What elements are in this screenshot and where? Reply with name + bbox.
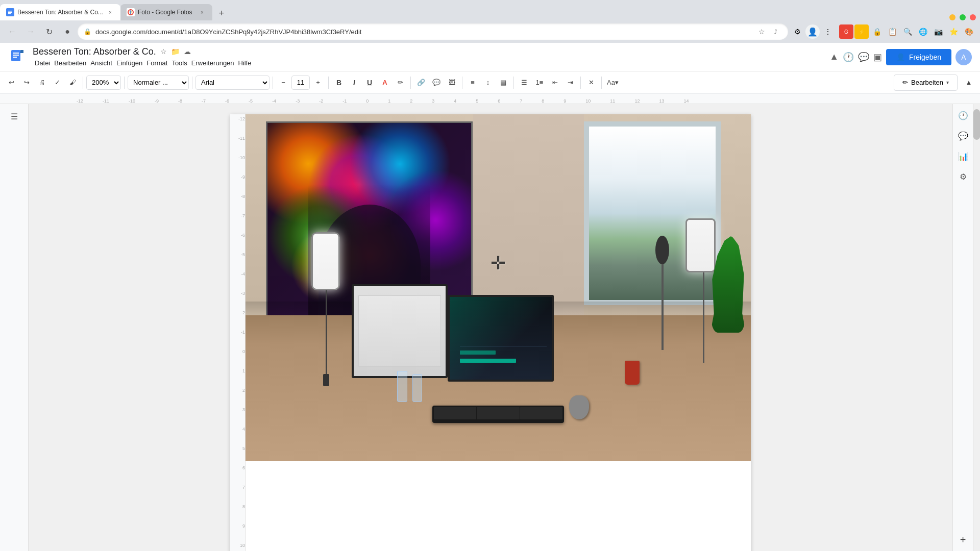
format-options-button[interactable]: Aa▾ [605,74,621,91]
ext2-icon[interactable]: ⚡ [854,24,869,39]
toolbar-collapse-icon[interactable]: ▲ [962,74,976,91]
address-bar[interactable]: 🔒 docs.google.com/document/d/1aD8O9YcinZ… [78,23,788,40]
right-panel: 🕐 💬 📊 ⚙ + [952,104,973,551]
star-icon[interactable]: ☆ [160,47,167,56]
ext7-icon[interactable]: 📷 [931,24,945,39]
share-button[interactable]: 👤 Freigeben [886,49,951,65]
tab-gphotos-title: Foto - Google Fotos [138,9,195,16]
ext5-icon[interactable]: 🔍 [900,24,915,39]
tab-gdoc[interactable]: Besseren Ton: Absorber & Co... × [0,4,120,20]
ext8-icon[interactable]: ⭐ [946,24,961,39]
font-size-input[interactable] [291,76,310,90]
bearbeiten-toolbar-btn[interactable]: ✏ Bearbeiten ▾ [894,74,958,91]
italic-button[interactable]: I [347,74,361,91]
clear-format-button[interactable]: ✕ [584,74,598,91]
line-spacing-button[interactable]: ↕ [481,74,495,91]
indent-less-button[interactable]: ⇤ [548,74,562,91]
home-button[interactable]: ● [59,23,76,40]
lock-icon: 🔒 [84,28,91,35]
tab-gphotos-close[interactable]: × [198,8,206,16]
spell-check-button[interactable]: ✓ [50,74,64,91]
menu-format[interactable]: Format [144,58,169,68]
history-side-icon[interactable]: 🕐 [956,108,970,122]
folder-icon[interactable]: 📁 [171,47,180,56]
menu-hilfe[interactable]: Hilfe [236,58,254,68]
indent-more-button[interactable]: ⇥ [563,74,577,91]
cloud-icon[interactable]: ☁ [184,47,191,56]
ext9-icon[interactable]: 🎨 [962,24,976,39]
columns-button[interactable]: ▤ [496,74,510,91]
menu-erweiterungen[interactable]: Erweiterungen [189,58,236,68]
font-size-decrease[interactable]: − [276,74,290,91]
sep3 [192,77,192,89]
outline-icon[interactable]: ☰ [6,108,22,124]
close-btn[interactable] [970,14,976,20]
menu-bearbeiten[interactable]: Bearbeiten [52,58,88,68]
vertical-scrollbar[interactable] [973,104,980,551]
doc-page: -12 -11 -10 -9 -8 -7 -6 -5 -4 -3 -2 -1 0… [230,114,751,551]
comment-toolbar-button[interactable]: 💬 [429,74,444,91]
print-button[interactable]: 🖨 [35,74,49,91]
tab-gphotos[interactable]: Foto - Google Fotos × [120,4,212,20]
highlight-button[interactable]: ✏ [393,74,407,91]
back-button[interactable]: ← [4,23,20,40]
left-lamp [311,232,341,385]
doc-scroll-area[interactable]: -12 -11 -10 -9 -8 -7 -6 -5 -4 -3 -2 -1 0… [29,104,952,551]
align-button[interactable]: ≡ [465,74,480,91]
ext3-icon[interactable]: 🔒 [870,24,884,39]
reload-button[interactable]: ↻ [41,23,57,40]
paint-format-button[interactable]: 🖌 [65,74,80,91]
redo-button[interactable]: ↪ [19,74,34,91]
person-icon: 👤 [896,53,905,61]
underline-button[interactable]: U [362,74,377,91]
menu-tools[interactable]: Tools [169,58,189,68]
add-side-icon[interactable]: + [956,533,970,547]
link-button[interactable]: 🔗 [414,74,428,91]
style-selector[interactable]: Normaler ... Überschrift 1 Überschrift 2 [128,76,189,90]
menu-ansicht[interactable]: Ansicht [88,58,114,68]
new-tab-button[interactable]: + [214,6,229,20]
docs-menu-bar: Datei Bearbeiten Ansicht Einfügen Format… [33,58,823,68]
tab-gdoc-close[interactable]: × [106,8,114,16]
font-size-increase[interactable]: + [311,74,325,91]
forward-button[interactable]: → [22,23,39,40]
history-icon[interactable]: 🕐 [843,52,854,63]
layout-icon[interactable]: ▣ [873,52,882,63]
font-selector[interactable]: Arial Times New Roman [195,76,270,90]
app-bar-right: ▲ 🕐 💬 ▣ 👤 Freigeben A [829,49,972,65]
svg-rect-1 [8,11,12,12]
minimize-btn[interactable] [949,14,955,20]
undo-button[interactable]: ↩ [4,74,18,91]
ext4-icon[interactable]: 📋 [885,24,899,39]
maximize-btn[interactable] [960,14,966,20]
num-list-button[interactable]: 1≡ [532,74,547,91]
svg-rect-2 [8,12,12,13]
sep2 [124,77,125,89]
comment-side-icon[interactable]: 💬 [956,129,970,143]
bold-button[interactable]: B [332,74,346,91]
font-color-button[interactable]: A [378,74,392,91]
menu-einfuegen[interactable]: Einfügen [114,58,144,68]
ext6-icon[interactable]: 🌐 [916,24,930,39]
svg-rect-9 [13,57,17,58]
browser-actions: ⚙ 👤 ⋮ [790,24,835,39]
zoom-selector[interactable]: 200% 150% 100% [86,76,121,90]
document-image[interactable]: ✛ [246,114,751,461]
monitor-right [448,295,554,382]
user-avatar[interactable]: A [955,49,972,65]
comment-icon[interactable]: 💬 [858,52,869,63]
ruler: -12 -11 -10 -9 -8 -7 -6 -5 -4 -3 -2 -1 0… [0,94,980,104]
bullet-list-button[interactable]: ☰ [517,74,531,91]
image-button[interactable]: 🖼 [445,74,459,91]
hide-menu-icon[interactable]: ▲ [829,52,839,62]
settings-side-icon[interactable]: ⚙ [956,169,970,184]
share-address-icon[interactable]: ⤴ [770,26,782,38]
activity-side-icon[interactable]: 📊 [956,149,970,163]
docs-toolbar: ↩ ↪ 🖨 ✓ 🖌 200% 150% 100% Normaler ... Üb… [0,71,980,94]
ext1-icon[interactable]: G [839,24,853,39]
bookmark-star-icon[interactable]: ☆ [755,26,768,38]
settings-icon[interactable]: ⋮ [821,24,835,39]
extensions-icon[interactable]: ⚙ [790,24,804,39]
menu-datei[interactable]: Datei [33,58,52,68]
profile-icon[interactable]: 👤 [805,24,820,39]
